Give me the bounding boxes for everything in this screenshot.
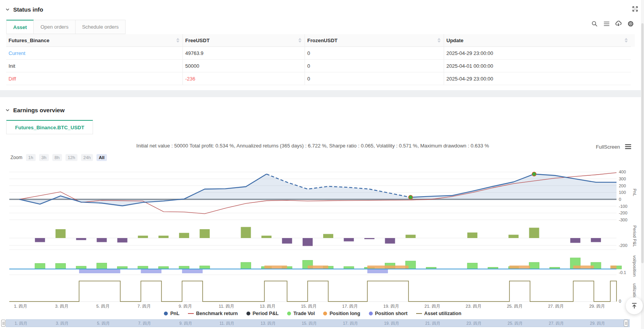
pnl-marker-dot[interactable] bbox=[408, 195, 412, 199]
period-pnl-bar[interactable] bbox=[323, 234, 333, 238]
tab-schedule-orders[interactable]: Schedule orders bbox=[76, 20, 126, 34]
earnings-chart[interactable]: 4003002001000-100-200-300-200-0.10PnLPer… bbox=[0, 164, 644, 312]
period-pnl-bar[interactable] bbox=[200, 229, 210, 238]
tab-symbol[interactable]: Futures_Binance.BTC_USDT bbox=[6, 120, 93, 134]
scroll-to-top-button[interactable] bbox=[626, 297, 643, 314]
trade-vol-bar[interactable] bbox=[529, 262, 539, 269]
legend-item-benchmark-return[interactable]: Benchmark return bbox=[188, 311, 238, 316]
period-pnl-bar[interactable] bbox=[385, 238, 395, 243]
trade-vol-bar[interactable] bbox=[97, 263, 107, 269]
current-link[interactable]: Current bbox=[9, 50, 25, 56]
column-header[interactable]: FreeUSDT bbox=[183, 34, 305, 47]
navigator-label: 23. 四月 bbox=[467, 321, 482, 326]
legend-item-asset-utilization[interactable]: Asset utilization bbox=[416, 311, 461, 316]
hamburger-menu-icon[interactable] bbox=[625, 143, 632, 150]
asset-table: Futures_Binance FreeUSDT FrozenUSDT Upda… bbox=[6, 34, 635, 85]
period-pnl-bar[interactable] bbox=[117, 238, 127, 242]
trade-vol-bar[interactable] bbox=[138, 266, 148, 269]
trade-vol-bar[interactable] bbox=[35, 264, 45, 269]
period-pnl-bar[interactable] bbox=[55, 229, 65, 238]
trade-vol-bar[interactable] bbox=[200, 266, 210, 269]
period-pnl-bar[interactable] bbox=[467, 233, 477, 238]
period-pnl-bar[interactable] bbox=[529, 228, 539, 238]
position-long-bar[interactable] bbox=[573, 266, 594, 269]
period-pnl-bar[interactable] bbox=[508, 235, 518, 238]
chevron-down-icon[interactable] bbox=[5, 7, 10, 12]
x-axis-label: 25. 四月 bbox=[507, 304, 522, 308]
position-short-bar[interactable] bbox=[79, 269, 120, 273]
zoom-button-24h[interactable]: 24h bbox=[81, 154, 93, 161]
period-pnl-bar[interactable] bbox=[570, 238, 580, 243]
period-pnl-bar[interactable] bbox=[262, 236, 272, 238]
legend-item-position-short[interactable]: Position short bbox=[369, 311, 408, 316]
position-long-bar[interactable] bbox=[264, 266, 287, 269]
zoom-button-1h[interactable]: 1h bbox=[26, 154, 36, 161]
legend-dot bbox=[323, 312, 327, 315]
page-scrollbar[interactable] bbox=[641, 0, 644, 329]
legend-item-pnl[interactable]: PnL bbox=[164, 311, 179, 316]
zoom-button-8h[interactable]: 8h bbox=[52, 154, 62, 161]
sort-icon[interactable] bbox=[176, 38, 179, 43]
position-short-bar[interactable] bbox=[182, 269, 203, 273]
trade-vol-bar[interactable] bbox=[179, 266, 189, 269]
trade-vol-bar[interactable] bbox=[467, 263, 477, 269]
period-pnl-bar[interactable] bbox=[179, 233, 189, 238]
period-pnl-bar[interactable] bbox=[364, 238, 374, 239]
pnl-marker-dot[interactable] bbox=[532, 172, 536, 176]
column-header[interactable]: FrozenUSDT bbox=[305, 34, 444, 47]
period-pnl-bar[interactable] bbox=[406, 235, 416, 238]
sort-icon[interactable] bbox=[437, 38, 441, 43]
legend-line bbox=[188, 313, 194, 314]
zoom-button-3h[interactable]: 3h bbox=[39, 154, 49, 161]
column-header[interactable]: Update bbox=[444, 34, 631, 47]
tab-asset[interactable]: Asset bbox=[6, 20, 34, 34]
period-pnl-bar[interactable] bbox=[138, 236, 148, 238]
period-pnl-bar[interactable] bbox=[158, 236, 169, 238]
position-short-bar[interactable] bbox=[367, 269, 388, 273]
search-icon[interactable] bbox=[591, 20, 598, 27]
period-pnl-bar[interactable] bbox=[241, 227, 251, 238]
x-axis-label: 3. 四月 bbox=[55, 304, 68, 308]
period-pnl-bar[interactable] bbox=[282, 238, 292, 243]
trade-vol-bar[interactable] bbox=[241, 262, 251, 269]
cloud-download-icon[interactable] bbox=[615, 20, 622, 27]
navigator-label: 15. 四月 bbox=[302, 321, 317, 326]
trade-vol-bar[interactable] bbox=[55, 264, 65, 269]
sort-icon[interactable] bbox=[298, 38, 301, 43]
trade-vol-bar[interactable] bbox=[76, 266, 86, 269]
zoom-button-all[interactable]: All bbox=[96, 154, 107, 161]
settings-gear-icon[interactable] bbox=[627, 20, 634, 27]
x-axis-label: 7. 四月 bbox=[138, 304, 151, 308]
performance-stats: Initial net value : 50000 Total profit: … bbox=[0, 143, 625, 149]
legend-item-period-p-l[interactable]: Period P&L bbox=[246, 311, 279, 316]
list-view-icon[interactable] bbox=[603, 20, 610, 27]
legend-item-position-long[interactable]: Position long bbox=[323, 311, 360, 316]
period-pnl-bar[interactable] bbox=[344, 238, 354, 242]
position-long-bar[interactable] bbox=[610, 266, 616, 269]
legend-label: Trade Vol bbox=[293, 311, 315, 316]
chevron-down-icon[interactable] bbox=[5, 108, 10, 113]
position-short-bar[interactable] bbox=[141, 269, 162, 273]
legend-line bbox=[416, 313, 422, 314]
axis-title-pnl: PnL bbox=[632, 188, 637, 196]
period-pnl-bar[interactable] bbox=[97, 238, 107, 242]
navigator-right-handle[interactable] bbox=[624, 320, 628, 327]
scrollbar-thumb[interactable] bbox=[641, 23, 644, 263]
asset-utilization-step-line[interactable] bbox=[9, 281, 616, 302]
period-pnl-bar[interactable] bbox=[35, 238, 45, 242]
chart-navigator[interactable]: 1. 四月3. 四月5. 四月7. 四月9. 四月11. 四月13. 四月15.… bbox=[6, 319, 630, 327]
legend-item-trade-vol[interactable]: Trade Vol bbox=[287, 311, 315, 316]
period-pnl-bar[interactable] bbox=[303, 238, 313, 246]
position-long-bar[interactable] bbox=[308, 266, 328, 269]
navigator-left-handle[interactable] bbox=[1, 320, 5, 327]
sort-icon[interactable] bbox=[625, 38, 628, 43]
period-pnl-bar[interactable] bbox=[591, 238, 601, 242]
column-header[interactable]: Futures_Binance bbox=[6, 34, 183, 47]
fullscreen-expand-icon[interactable] bbox=[632, 5, 639, 12]
period-pnl-bar[interactable] bbox=[76, 238, 86, 240]
fullscreen-button[interactable]: FullScreen bbox=[596, 144, 620, 150]
zoom-button-12h[interactable]: 12h bbox=[65, 154, 77, 161]
position-long-bar[interactable] bbox=[510, 266, 530, 269]
position-long-bar[interactable] bbox=[367, 266, 408, 269]
tab-open-orders[interactable]: Open orders bbox=[34, 20, 75, 34]
